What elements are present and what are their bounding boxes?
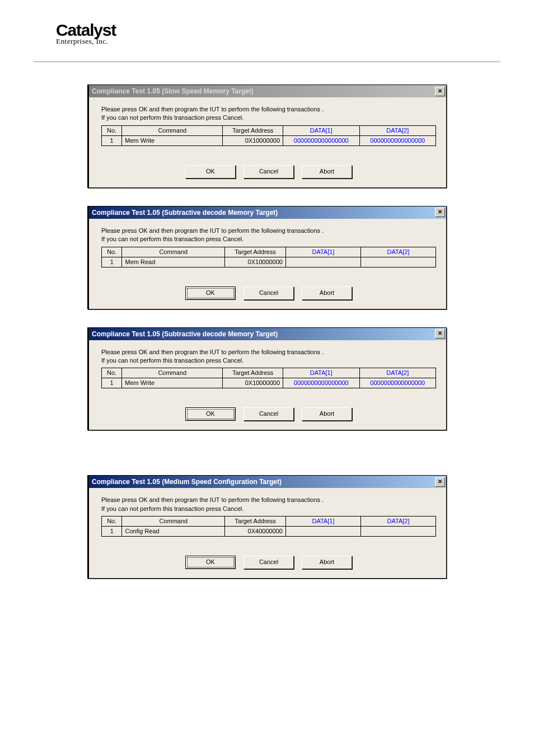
dialog-button-row: OK Cancel Abort [101,556,436,569]
transaction-table: No. Command Target Address DATA[1] DATA[… [101,368,436,388]
document-header: Catalyst Enterprises, Inc. [34,22,500,62]
col-target-address: Target Address [225,516,286,527]
logo-subtext: Enterprises, Inc. [56,37,116,46]
dialog-title: Compliance Test 1.05 (Medium Speed Confi… [92,478,434,486]
transaction-table: No. Command Target Address DATA[1] DATA[… [101,247,436,267]
transaction-table: No. Command Target Address DATA[1] DATA[… [101,516,436,537]
abort-button[interactable]: Abort [302,165,352,179]
ok-button[interactable]: OK [185,165,236,179]
close-icon[interactable]: ✕ [435,208,445,217]
col-no: No. [102,247,122,257]
ok-button[interactable]: OK [185,556,236,569]
dialog-title: Compliance Test 1.05 (Subtractive decode… [92,209,434,217]
col-data1: DATA[1] [285,247,360,257]
col-target-address: Target Address [223,368,283,378]
close-icon[interactable]: ✕ [435,329,445,339]
col-data2: DATA[2] [360,516,435,527]
col-command: Command [122,125,223,135]
col-data2: DATA[2] [359,368,435,378]
dialog-button-row: OK Cancel Abort [101,407,436,421]
col-command: Command [122,368,223,378]
instruction-text: Please press OK and then program the IUT… [101,105,436,123]
dialog-button-row: OK Cancel Abort [101,165,436,179]
dialog-title: Compliance Test 1.05 (Slow Speed Memory … [92,87,434,95]
cancel-button[interactable]: Cancel [243,165,294,179]
logo-text: Catalyst [56,22,116,37]
close-icon[interactable]: ✕ [435,477,445,487]
dialog-titlebar: Compliance Test 1.05 (Subtractive decode… [89,328,446,340]
abort-button[interactable]: Abort [302,287,352,300]
transaction-table: No. Command Target Address DATA[1] DATA[… [101,125,436,146]
col-target-address: Target Address [225,247,286,257]
abort-button[interactable]: Abort [302,556,352,569]
ok-button[interactable]: OK [185,287,236,300]
instruction-text: Please press OK and then program the IUT… [101,227,436,244]
col-data1: DATA[1] [285,516,360,527]
table-header-row: No. Command Target Address DATA[1] DATA[… [102,247,436,257]
col-command: Command [122,247,225,257]
table-row: 1 Mem Read 0X10000000 [102,257,436,267]
col-target-address: Target Address [223,125,283,135]
dialog-body: Please press OK and then program the IUT… [89,340,446,430]
instruction-text: Please press OK and then program the IUT… [101,496,436,513]
table-header-row: No. Command Target Address DATA[1] DATA[… [102,516,436,527]
dialog-body: Please press OK and then program the IUT… [89,219,446,309]
instruction-text: Please press OK and then program the IUT… [101,348,436,365]
dialog-subtractive-write: Compliance Test 1.05 (Subtractive decode… [87,327,447,431]
dialog-slow-speed-memory: Compliance Test 1.05 (Slow Speed Memory … [87,84,447,188]
col-no: No. [102,516,122,527]
col-command: Command [122,516,225,527]
dialog-titlebar: Compliance Test 1.05 (Medium Speed Confi… [89,476,446,488]
col-data1: DATA[1] [283,125,359,135]
table-header-row: No. Command Target Address DATA[1] DATA[… [102,368,436,378]
dialog-button-row: OK Cancel Abort [101,287,436,300]
cancel-button[interactable]: Cancel [243,407,294,421]
cancel-button[interactable]: Cancel [243,556,294,569]
table-row: 1 Config Read 0X40000000 [102,527,436,537]
table-header-row: No. Command Target Address DATA[1] DATA[… [102,125,436,135]
table-row: 1 Mem Write 0X10000000 0000000000000000 … [102,135,436,145]
company-logo: Catalyst Enterprises, Inc. [56,22,116,46]
dialog-medium-speed-config: Compliance Test 1.05 (Medium Speed Confi… [87,475,447,579]
dialog-titlebar: Compliance Test 1.05 (Slow Speed Memory … [89,85,446,97]
col-data2: DATA[2] [360,247,435,257]
dialog-titlebar: Compliance Test 1.05 (Subtractive decode… [89,206,446,219]
close-icon[interactable]: ✕ [435,87,445,96]
dialog-body: Please press OK and then program the IUT… [89,97,446,187]
document-page: Catalyst Enterprises, Inc. Compliance Te… [0,0,534,630]
cancel-button[interactable]: Cancel [243,287,294,300]
abort-button[interactable]: Abort [302,407,352,421]
ok-button[interactable]: OK [185,407,236,421]
col-data2: DATA[2] [359,125,435,135]
col-no: No. [102,368,122,378]
dialog-body: Please press OK and then program the IUT… [89,488,446,578]
dialog-title: Compliance Test 1.05 (Subtractive decode… [92,330,434,338]
dialog-subtractive-read: Compliance Test 1.05 (Subtractive decode… [87,206,447,309]
table-row: 1 Mem Write 0X10000000 0000000000000000 … [102,378,436,388]
col-data1: DATA[1] [283,368,359,378]
col-no: No. [102,125,122,135]
